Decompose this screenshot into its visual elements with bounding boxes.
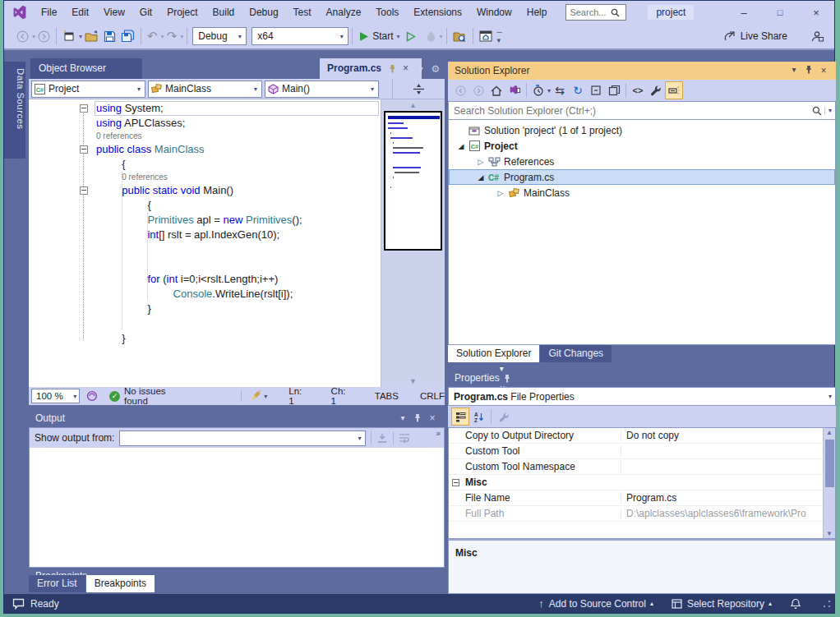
- pin-icon[interactable]: [500, 374, 515, 383]
- undo-button[interactable]: ↶: [145, 26, 160, 46]
- tab-program-cs[interactable]: Program.cs ×: [320, 58, 422, 79]
- categorized-view-icon[interactable]: [451, 407, 469, 426]
- sync-with-active-document-icon[interactable]: ⇆: [551, 81, 569, 99]
- scroll-up-icon[interactable]: ▲: [381, 101, 445, 109]
- home-window-button[interactable]: [477, 26, 495, 46]
- close-button[interactable]: ×: [798, 1, 834, 24]
- output-title-bar[interactable]: Output ▾ ×: [29, 408, 445, 427]
- menu-extensions[interactable]: Extensions: [406, 7, 469, 18]
- toolbar-overflow-icon[interactable]: »: [436, 429, 441, 438]
- close-panel-icon[interactable]: ×: [425, 412, 440, 424]
- property-row[interactable]: File NameProgram.cs: [449, 490, 835, 506]
- profiler-dropdown[interactable]: ▾: [440, 33, 443, 40]
- collapse-box-icon[interactable]: [80, 145, 88, 154]
- navigate-forward-button[interactable]: [35, 26, 53, 46]
- show-all-code-icon[interactable]: <>: [629, 81, 647, 99]
- solution-explorer-search[interactable]: ▾: [448, 101, 836, 120]
- property-row[interactable]: Custom Tool: [449, 444, 835, 459]
- redo-button[interactable]: ↷: [164, 26, 180, 46]
- code-line[interactable]: {: [29, 198, 379, 213]
- code-line[interactable]: using System;: [29, 101, 379, 116]
- menu-file[interactable]: File: [34, 7, 64, 18]
- panel-tab-git-changes[interactable]: Git Changes: [540, 345, 612, 362]
- code-line[interactable]: Console.WriteLine(rslt[i]);: [29, 287, 379, 302]
- navigate-back-button[interactable]: [14, 26, 31, 46]
- expander-icon[interactable]: ◢: [455, 142, 467, 150]
- sign-in-user-button[interactable]: [808, 26, 826, 46]
- split-editor-button[interactable]: [392, 79, 445, 99]
- health-check-icon[interactable]: ✓: [109, 391, 120, 402]
- line-ending-indicator[interactable]: CRLF: [420, 391, 445, 401]
- issues-status[interactable]: No issues found: [124, 387, 191, 405]
- maximize-button[interactable]: □: [762, 1, 798, 24]
- live-share-button[interactable]: Live Share: [721, 26, 790, 46]
- panel-tab-error-list[interactable]: Error List: [29, 575, 85, 592]
- window-position-dropdown-icon[interactable]: ▾: [500, 364, 504, 373]
- redo-dropdown[interactable]: ▾: [180, 33, 183, 40]
- column-indicator[interactable]: Ch: 1: [331, 387, 353, 405]
- clear-output-icon[interactable]: [376, 433, 388, 444]
- code-line[interactable]: }: [29, 331, 379, 346]
- data-sources-tab[interactable]: Data Sources: [4, 62, 25, 159]
- menu-analyze[interactable]: Analyze: [319, 7, 369, 18]
- wrench-icon[interactable]: [647, 81, 665, 99]
- output-source-select[interactable]: ▾: [119, 431, 366, 446]
- menu-build[interactable]: Build: [205, 7, 242, 18]
- alphabetical-sort-icon[interactable]: AZ: [469, 407, 487, 426]
- menu-test[interactable]: Test: [286, 7, 319, 18]
- search-options-dropdown-icon[interactable]: ▾: [824, 107, 835, 114]
- scrollbar-thumb[interactable]: [825, 440, 834, 487]
- start-debugging-button[interactable]: Start ▾: [359, 30, 399, 42]
- property-pages-wrench-icon[interactable]: [495, 407, 513, 426]
- tree-item-mainclass[interactable]: ▷MainClass: [449, 185, 835, 200]
- profiler-button[interactable]: [423, 26, 439, 46]
- tabs-indicator[interactable]: TABS: [375, 391, 399, 401]
- codelens-line[interactable]: 0 references: [29, 172, 379, 183]
- search-icon[interactable]: [812, 106, 822, 116]
- menu-window[interactable]: Window: [469, 7, 519, 18]
- collapse-box-icon[interactable]: [80, 186, 88, 195]
- forward-icon[interactable]: [469, 81, 487, 99]
- open-file-button[interactable]: [82, 26, 101, 46]
- tree-item-program-cs[interactable]: ◢C#Program.cs: [449, 169, 835, 185]
- editor-settings-gear-icon[interactable]: ⚙: [428, 63, 443, 75]
- window-position-dropdown-icon[interactable]: ▾: [787, 65, 801, 76]
- code-line[interactable]: public static void Main(): [29, 183, 379, 198]
- tree-item-project[interactable]: ◢C#Project: [449, 138, 835, 154]
- window-position-dropdown-icon[interactable]: ▾: [395, 413, 410, 422]
- menu-debug[interactable]: Debug: [242, 7, 285, 18]
- code-line[interactable]: }: [29, 302, 379, 316]
- code-line[interactable]: [29, 316, 379, 331]
- select-repository-button[interactable]: Select Repository ▴: [672, 598, 772, 610]
- close-panel-icon[interactable]: ×: [816, 65, 831, 76]
- menu-git[interactable]: Git: [132, 7, 159, 18]
- search-box[interactable]: [565, 4, 626, 21]
- tree-item-solution-project-1-of-1-project-[interactable]: Solution 'project' (1 of 1 project): [449, 122, 835, 138]
- search-input[interactable]: [570, 7, 611, 17]
- home-icon[interactable]: [487, 81, 505, 99]
- code-line[interactable]: [29, 242, 379, 257]
- project-dropdown[interactable]: C# Project▾: [31, 81, 145, 98]
- code-line[interactable]: int[] rslt = apl.IndexGen(10);: [29, 228, 379, 242]
- toolbar-options-button[interactable]: ─▾: [495, 26, 504, 46]
- code-line[interactable]: {: [29, 157, 379, 172]
- new-project-button[interactable]: [60, 26, 78, 46]
- code-line[interactable]: using APLClasses;: [29, 116, 379, 131]
- minimize-button[interactable]: –: [726, 1, 762, 24]
- find-in-files-button[interactable]: [450, 26, 469, 46]
- code-editor[interactable]: using System;using APLClasses;0 referenc…: [29, 99, 445, 387]
- collapse-box-icon[interactable]: [80, 104, 88, 113]
- preview-selected-items-icon[interactable]: [665, 81, 683, 99]
- properties-object-select[interactable]: Program.cs File Properties ▾: [448, 387, 836, 406]
- pin-icon[interactable]: [801, 65, 816, 74]
- tab-list-dropdown-icon[interactable]: ▾: [413, 64, 428, 73]
- expander-icon[interactable]: ▷: [495, 189, 506, 197]
- editor-scrollbar[interactable]: ▲ ▼: [381, 99, 445, 387]
- output-content[interactable]: [29, 448, 445, 568]
- solution-search-input[interactable]: [449, 105, 812, 117]
- solution-platform-select[interactable]: x64▾: [252, 27, 348, 45]
- codelens-icon[interactable]: [86, 390, 98, 402]
- resize-grip[interactable]: [823, 600, 831, 608]
- panel-tab-breakpoints[interactable]: Breakpoints: [86, 575, 155, 592]
- scroll-up-icon[interactable]: ▲: [824, 429, 835, 436]
